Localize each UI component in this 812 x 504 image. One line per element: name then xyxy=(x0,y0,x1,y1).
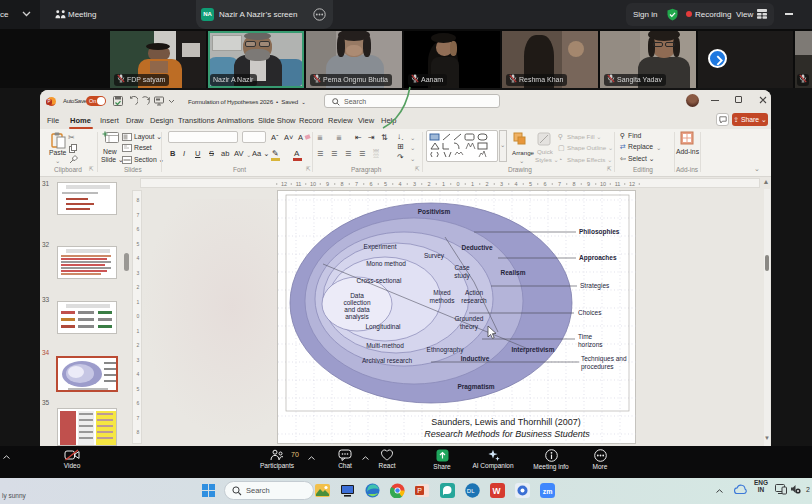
svg-text:5: 5 xyxy=(137,241,140,247)
svg-text:Interpretivism: Interpretivism xyxy=(512,346,555,354)
svg-text:Positivism: Positivism xyxy=(418,208,451,215)
svg-text:Philosophies: Philosophies xyxy=(579,228,620,236)
svg-text:1: 1 xyxy=(471,181,474,187)
svg-text:12: 12 xyxy=(281,181,287,187)
svg-text:8: 8 xyxy=(572,181,575,187)
svg-text:procedures: procedures xyxy=(581,363,614,371)
svg-text:3: 3 xyxy=(413,181,416,187)
svg-text:Research Methods for Business: Research Methods for Business Students xyxy=(424,429,590,439)
svg-text:11: 11 xyxy=(296,181,302,187)
svg-text:4: 4 xyxy=(514,181,517,187)
svg-text:4: 4 xyxy=(137,255,140,261)
svg-text:Realism: Realism xyxy=(501,269,526,276)
svg-text:Longitudinal: Longitudinal xyxy=(365,323,401,331)
svg-text:8: 8 xyxy=(340,181,343,187)
svg-text:W: W xyxy=(493,486,502,496)
svg-text:Data: Data xyxy=(350,292,364,299)
svg-text:6: 6 xyxy=(137,400,140,406)
svg-text:theory: theory xyxy=(460,323,479,331)
svg-text:Ethnography: Ethnography xyxy=(427,346,465,354)
svg-text:12: 12 xyxy=(629,181,635,187)
svg-text:10: 10 xyxy=(600,181,606,187)
svg-text:Pragmatism: Pragmatism xyxy=(457,383,494,391)
svg-text:0: 0 xyxy=(137,313,140,319)
svg-text:Cross-sectional: Cross-sectional xyxy=(357,277,402,284)
svg-text:Mono method: Mono method xyxy=(366,260,406,267)
svg-text:Case: Case xyxy=(454,264,470,271)
svg-text:9: 9 xyxy=(587,181,590,187)
svg-text:horizons: horizons xyxy=(578,341,603,348)
svg-text:10: 10 xyxy=(310,181,316,187)
svg-text:Mixed: Mixed xyxy=(433,289,451,296)
svg-text:7: 7 xyxy=(558,181,561,187)
svg-text:5: 5 xyxy=(137,386,140,392)
svg-text:3: 3 xyxy=(137,270,140,276)
svg-text:Approaches: Approaches xyxy=(579,254,617,262)
svg-text:Action: Action xyxy=(465,289,483,296)
svg-text:and data: and data xyxy=(344,306,370,313)
svg-text:2: 2 xyxy=(485,181,488,187)
svg-text:Strategies: Strategies xyxy=(580,282,610,290)
svg-text:analysis: analysis xyxy=(345,313,369,321)
svg-text:Experiment: Experiment xyxy=(364,243,397,251)
svg-text:research: research xyxy=(461,297,487,304)
svg-text:7: 7 xyxy=(355,181,358,187)
svg-text:9: 9 xyxy=(326,181,329,187)
svg-text:Saunders, Lewis and Thornhill: Saunders, Lewis and Thornhill (2007) xyxy=(431,417,580,427)
svg-text:2: 2 xyxy=(137,342,140,348)
svg-text:Techniques and: Techniques and xyxy=(581,355,627,363)
svg-text:2: 2 xyxy=(427,181,430,187)
svg-text:Survey: Survey xyxy=(424,252,445,260)
svg-text:6: 6 xyxy=(543,181,546,187)
svg-text:6: 6 xyxy=(369,181,372,187)
svg-text:7: 7 xyxy=(137,415,140,421)
svg-text:0: 0 xyxy=(456,181,459,187)
svg-text:Multi-method: Multi-method xyxy=(366,342,404,349)
svg-text:8: 8 xyxy=(137,197,140,203)
svg-text:5: 5 xyxy=(384,181,387,187)
svg-text:P: P xyxy=(417,487,422,494)
svg-text:collection: collection xyxy=(343,299,370,306)
svg-text:Deductive: Deductive xyxy=(461,244,492,251)
svg-text:Inductive: Inductive xyxy=(461,355,490,362)
svg-text:5: 5 xyxy=(529,181,532,187)
svg-text:DL: DL xyxy=(467,488,475,494)
svg-text:2: 2 xyxy=(137,284,140,290)
svg-text:4: 4 xyxy=(137,371,140,377)
svg-text:1: 1 xyxy=(442,181,445,187)
svg-text:3: 3 xyxy=(137,357,140,363)
svg-text:6: 6 xyxy=(137,226,140,232)
svg-text:Choices: Choices xyxy=(578,309,602,316)
svg-text:Grounded: Grounded xyxy=(455,315,484,322)
svg-text:3: 3 xyxy=(500,181,503,187)
svg-text:8: 8 xyxy=(137,429,140,435)
svg-text:methods: methods xyxy=(430,297,456,304)
svg-text:Time: Time xyxy=(578,333,593,340)
svg-text:11: 11 xyxy=(615,181,621,187)
svg-text:study: study xyxy=(454,272,470,280)
svg-text:1: 1 xyxy=(137,328,140,334)
svg-text:7: 7 xyxy=(137,212,140,218)
svg-text:zm: zm xyxy=(543,488,553,495)
svg-text:1: 1 xyxy=(137,299,140,305)
svg-text:4: 4 xyxy=(398,181,401,187)
svg-text:Archival research: Archival research xyxy=(362,357,413,364)
